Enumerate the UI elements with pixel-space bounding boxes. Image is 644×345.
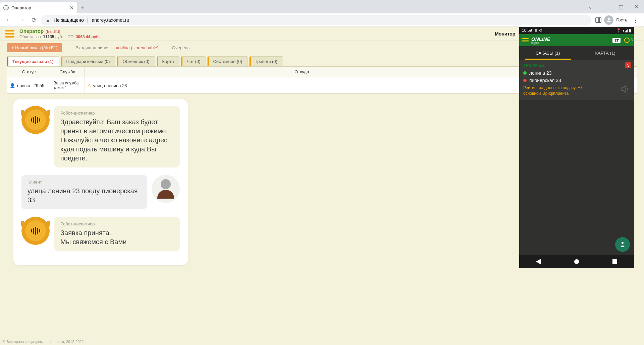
mobile-order-card[interactable]: 155,02 км. 5 ленина 23 пионерская 33 Рей… <box>519 60 634 100</box>
profile-avatar[interactable] <box>604 15 613 25</box>
side-panel-icon[interactable] <box>595 17 601 23</box>
url-bar[interactable]: ▲ Не защищено | andrey.taxomet.ru <box>41 15 591 25</box>
client-avatar <box>152 175 180 203</box>
tab-system[interactable]: Системное (0) <box>207 56 248 66</box>
origin-dot-icon <box>523 71 527 75</box>
tab-exchange[interactable]: Обменник (0) <box>117 56 155 66</box>
close-tab-icon[interactable]: ✕ <box>70 5 74 10</box>
coin-badge[interactable]: 1₸ <box>612 38 621 43</box>
incoming-line: Входящая линия: ошибка (Unreachable) <box>75 45 158 50</box>
android-home-icon[interactable] <box>574 259 579 264</box>
tab-chat[interactable]: Чат (0) <box>181 56 206 66</box>
page-title: Оператор <box>19 28 44 34</box>
chat-card: Робот-диспетчер Здравствуйте! Ваш заказ … <box>13 99 188 265</box>
dropdown-icon[interactable]: ⌄ <box>582 0 598 13</box>
mobile-tab-map[interactable]: КАРТА (1) <box>577 46 634 60</box>
queue-label: Очередь: <box>172 45 191 50</box>
mobile-menu-icon[interactable] <box>522 38 529 42</box>
nav-monitor[interactable]: Монитор <box>488 27 522 41</box>
android-recent-icon[interactable] <box>612 259 617 264</box>
maximize-icon[interactable]: ▢ <box>613 0 629 13</box>
tab-title: Оператор <box>11 5 31 10</box>
robot-avatar <box>21 106 50 134</box>
footer: © Все права защищены · taxomet.ru, 2012-… <box>3 340 84 344</box>
logout-link[interactable]: (Выйти) <box>46 29 60 34</box>
tab-map[interactable]: Карта <box>157 56 180 66</box>
forward-icon: → <box>15 14 27 26</box>
tab-preliminary[interactable]: Предварительные (0) <box>61 56 116 66</box>
mobile-fab[interactable] <box>615 237 630 252</box>
back-icon[interactable]: ← <box>3 14 14 26</box>
url-text: andrey.taxomet.ru <box>92 17 129 23</box>
mobile-nav-bar <box>519 255 634 268</box>
tab-current[interactable]: Текущие заказы (1) <box>7 56 59 66</box>
warning-icon: ▲ <box>46 17 50 23</box>
chat-bubble: Робот-диспетчер Заявка принята. Мы свяже… <box>54 217 180 251</box>
user-icon: 👤 <box>10 83 15 88</box>
header-info: Оператор (Выйти) Общ. касса: 11135 руб. … <box>19 28 100 39</box>
mobile-header: ONLINE login4 1₸ 5 <box>519 34 634 46</box>
not-secure-label: Не защищено <box>54 17 84 23</box>
new-tab-button[interactable]: + <box>77 1 87 13</box>
svg-point-0 <box>608 18 610 20</box>
order-badge: 5 <box>625 62 631 68</box>
menu-icon[interactable]: ⋮ <box>630 16 641 24</box>
warning-icon: ⚠ <box>87 83 91 88</box>
mobile-tab-orders[interactable]: ЗАКАЗЫ (1) <box>519 46 577 60</box>
globe-icon <box>3 5 9 10</box>
dest-dot-icon <box>523 79 527 82</box>
browser-tab[interactable]: Оператор ✕ <box>0 2 77 13</box>
robot-avatar <box>21 217 50 245</box>
mobile-status-bar: 10:59 ⊖ ⟲ 📍▾◢▮ <box>519 27 634 34</box>
svg-point-1 <box>622 242 624 244</box>
mobile-overlay: 10:59 ⊖ ⟲ 📍▾◢▮ ONLINE login4 1₸ 5 ЗАКАЗЫ… <box>519 27 634 268</box>
minimize-icon[interactable]: — <box>598 0 613 13</box>
reload-icon[interactable]: ⟳ <box>28 14 40 26</box>
tab-alerts[interactable]: Тревоги (0) <box>249 56 283 66</box>
close-icon[interactable]: ✕ <box>629 0 644 13</box>
gps-icon[interactable]: 5 <box>623 36 631 45</box>
guest-label: Гость <box>616 17 627 22</box>
speaker-icon <box>621 84 630 94</box>
hamburger-menu[interactable] <box>3 28 17 40</box>
chat-bubble: Робот-диспетчер Здравствуйте! Ваш заказ … <box>54 106 180 167</box>
android-back-icon[interactable] <box>536 259 541 264</box>
chat-bubble: Клиент улица ленина 23 поеду пионерская … <box>21 175 147 209</box>
new-order-button[interactable]: + Новый заказ (Alt+F1) <box>7 43 62 52</box>
